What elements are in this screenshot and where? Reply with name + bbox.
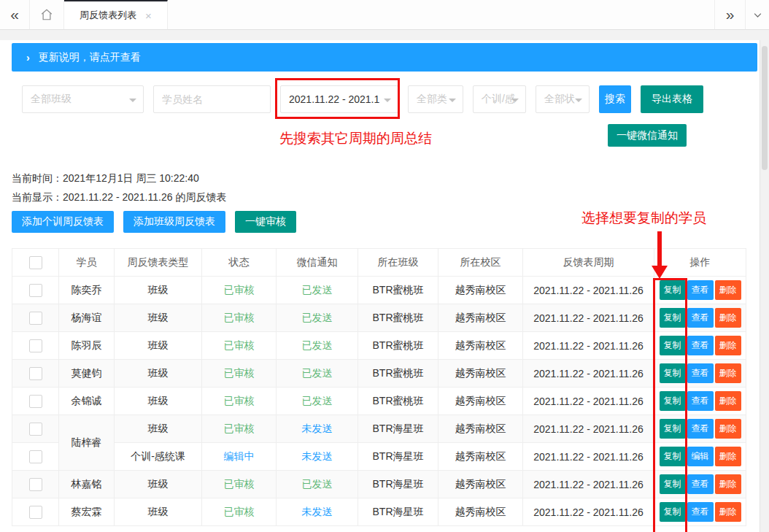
collapse-sidebar-button[interactable]: « <box>0 0 30 29</box>
class-filter-select[interactable]: 全部班级 <box>22 85 144 113</box>
actions-cell: 复制查看删除 <box>654 415 746 443</box>
column-header: 学员 <box>59 249 115 277</box>
view-button[interactable]: 查看 <box>687 502 714 522</box>
add-individual-feedback-button[interactable]: 添加个训周反馈表 <box>12 211 114 233</box>
row-checkbox[interactable] <box>29 339 42 352</box>
table-row: 杨海谊班级已审核已发送BTR蜜桃班越秀南校区2021.11.22 - 2021.… <box>12 304 746 332</box>
view-button[interactable]: 查看 <box>687 336 714 355</box>
view-button[interactable]: 查看 <box>687 280 714 300</box>
view-button[interactable]: 查看 <box>687 391 714 411</box>
wechat-notify-cell: 已发送 <box>277 332 358 360</box>
caret-down-icon <box>575 99 582 106</box>
class-cell: BTR海星班 <box>358 443 438 471</box>
row-select-cell <box>12 498 59 526</box>
feedback-type-cell: 班级 <box>115 415 202 443</box>
class-cell: BTR海星班 <box>358 471 438 498</box>
wechat-notify-cell: 未发送 <box>277 443 358 471</box>
campus-cell: 越秀南校区 <box>438 332 523 360</box>
copy-button[interactable]: 复制 <box>660 502 686 522</box>
copy-button[interactable]: 复制 <box>660 308 686 328</box>
delete-button[interactable]: 删除 <box>715 419 741 439</box>
table-row: 陆梓睿班级已审核未发送BTR海星班越秀南校区2021.11.22 - 2021.… <box>12 415 746 443</box>
wechat-notify-button[interactable]: 一键微信通知 <box>608 124 687 147</box>
toolbar-row: 添加个训周反馈表 添加班级周反馈表 一键审核 <box>12 211 757 233</box>
edit-button[interactable]: 编辑 <box>687 447 714 466</box>
table-body: 陈奕乔班级已审核已发送BTR蜜桃班越秀南校区2021.11.22 - 2021.… <box>12 277 746 526</box>
copy-button[interactable]: 复制 <box>660 391 686 411</box>
row-checkbox[interactable] <box>29 312 42 325</box>
select-all-checkbox[interactable] <box>29 256 42 269</box>
table-row: 个训-感统课编辑中未发送BTR海星班越秀南校区2021.11.22 - 2021… <box>12 443 746 471</box>
class-cell: BTR蜜桃班 <box>358 360 438 388</box>
export-table-button[interactable]: 导出表格 <box>641 85 703 113</box>
delete-button[interactable]: 删除 <box>715 474 741 494</box>
feedback-table: 学员周反馈表类型状态微信通知所在班级所在校区反馈表周期操作 陈奕乔班级已审核已发… <box>12 248 746 526</box>
close-tab-icon[interactable]: × <box>145 10 152 21</box>
status-cell: 已审核 <box>202 388 277 415</box>
view-button[interactable]: 查看 <box>687 363 714 383</box>
campus-cell: 越秀南校区 <box>438 498 523 526</box>
tab-weekly-feedback-list[interactable]: 周反馈表列表 × <box>64 0 168 29</box>
row-checkbox[interactable] <box>29 395 42 408</box>
review-all-button[interactable]: 一键审核 <box>235 211 296 233</box>
wechat-notify-cell: 已发送 <box>277 388 358 415</box>
type-filter-select[interactable]: 全部类 <box>408 85 463 113</box>
copy-button[interactable]: 复制 <box>660 363 686 383</box>
delete-button[interactable]: 删除 <box>715 391 741 411</box>
delete-button[interactable]: 删除 <box>715 308 741 328</box>
delete-button[interactable]: 删除 <box>715 502 741 522</box>
tab-bar-spacer <box>168 0 714 29</box>
double-chevron-left-icon: « <box>10 6 19 23</box>
period-filter-select[interactable]: 2021.11.22 - 2021.1 <box>280 85 398 113</box>
next-tabs-button[interactable]: » <box>714 0 745 29</box>
row-checkbox[interactable] <box>29 423 42 436</box>
current-time-line: 当前时间：2021年12月1日 周三 10:22:40 <box>12 169 757 188</box>
view-button[interactable]: 查看 <box>687 419 714 439</box>
copy-button[interactable]: 复制 <box>660 474 686 494</box>
row-select-cell <box>12 415 59 443</box>
copy-button[interactable]: 复制 <box>660 280 686 300</box>
period-cell: 2021.11.22 - 2021.11.26 <box>523 332 654 360</box>
tab-menu-button[interactable] <box>745 0 769 29</box>
student-name-cell: 余锦诚 <box>59 388 115 415</box>
view-button[interactable]: 查看 <box>687 308 714 328</box>
home-tab[interactable] <box>30 0 64 29</box>
scrollbar-thumb[interactable] <box>762 46 768 170</box>
row-checkbox[interactable] <box>29 367 42 380</box>
row-select-cell <box>12 471 59 498</box>
caret-down-icon <box>511 99 519 106</box>
notice-text: 更新说明，请点开查看 <box>39 51 141 64</box>
delete-button[interactable]: 删除 <box>715 336 741 355</box>
copy-button[interactable]: 复制 <box>660 419 686 439</box>
view-button[interactable]: 查看 <box>687 474 714 494</box>
wechat-notify-cell: 未发送 <box>277 415 358 443</box>
column-header: 周反馈表类型 <box>115 249 202 277</box>
feedback-type-cell: 班级 <box>115 304 202 332</box>
delete-button[interactable]: 删除 <box>715 363 741 383</box>
vertical-scrollbar[interactable] <box>760 40 769 532</box>
row-select-cell <box>12 277 59 304</box>
status-cell: 已审核 <box>202 471 277 498</box>
student-name-input[interactable] <box>153 85 271 113</box>
copy-button[interactable]: 复制 <box>660 336 686 355</box>
campus-cell: 越秀南校区 <box>438 388 523 415</box>
feedback-type-cell: 班级 <box>115 332 202 360</box>
search-button[interactable]: 搜索 <box>599 85 631 113</box>
student-name-cell: 陈奕乔 <box>59 277 115 304</box>
add-class-feedback-button[interactable]: 添加班级周反馈表 <box>123 211 225 233</box>
copy-button[interactable]: 复制 <box>660 447 686 466</box>
course-filter-select[interactable]: 个训/感 <box>473 85 526 113</box>
tab-bar: « 周反馈表列表 × » <box>0 0 769 30</box>
row-checkbox[interactable] <box>29 506 42 519</box>
period-cell: 2021.11.22 - 2021.11.26 <box>523 304 654 332</box>
row-checkbox[interactable] <box>29 284 42 297</box>
feedback-type-cell: 班级 <box>115 498 202 526</box>
status-filter-select[interactable]: 全部状 <box>536 85 590 113</box>
feedback-type-cell: 班级 <box>115 471 202 498</box>
update-notice-banner[interactable]: › 更新说明，请点开查看 <box>12 43 757 72</box>
table-row: 林嘉铭班级已审核已发送BTR海星班越秀南校区2021.11.22 - 2021.… <box>12 471 746 498</box>
row-checkbox[interactable] <box>29 450 42 463</box>
delete-button[interactable]: 删除 <box>715 280 741 300</box>
row-checkbox[interactable] <box>29 478 42 491</box>
delete-button[interactable]: 删除 <box>715 447 741 466</box>
